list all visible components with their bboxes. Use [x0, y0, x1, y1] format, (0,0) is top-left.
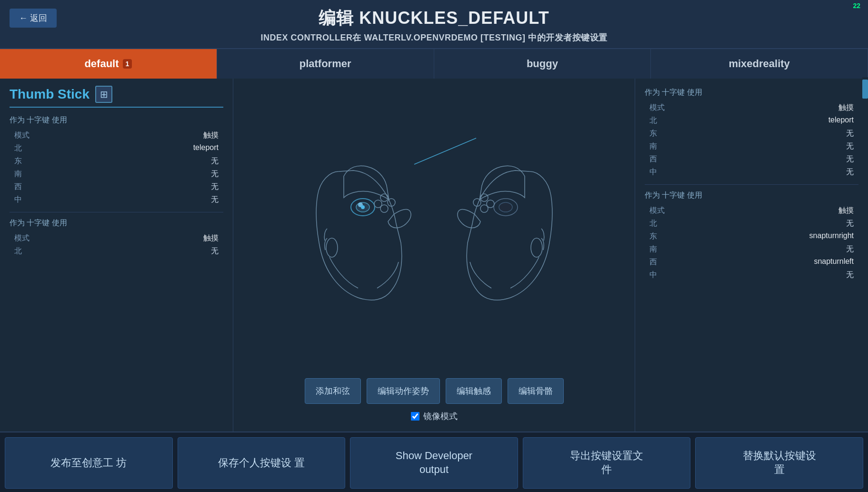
right-prop-east-1: 东 无	[645, 127, 858, 140]
header: 编辑 KNUCKLES_DEFAULT INDEX CONTROLLER在 WA…	[0, 0, 868, 49]
show-developer-button[interactable]: Show Developeroutput	[350, 437, 518, 489]
edit-haptic-button[interactable]: 编辑触感	[446, 378, 502, 404]
right-prop-mode-1: 模式 触摸	[645, 101, 858, 114]
tab-mixedreality[interactable]: mixedreality	[651, 49, 868, 79]
tab-buggy[interactable]: buggy	[434, 49, 651, 79]
section-header: Thumb Stick ⊞	[10, 86, 223, 108]
divider	[10, 212, 223, 212]
right-prop-west-1: 西 无	[645, 153, 858, 166]
scrollbar[interactable]	[862, 77, 868, 430]
right-subsection-label-2: 作为 十字键 使用	[645, 191, 858, 201]
center-panel: 添加和弦 编辑动作姿势 编辑触感 编辑骨骼 镜像模式	[233, 79, 635, 432]
svg-point-5	[374, 200, 382, 208]
right-divider	[645, 184, 858, 185]
right-subsection-label-1: 作为 十字键 使用	[645, 88, 858, 98]
section-title: Thumb Stick	[10, 87, 90, 102]
right-prop-south-1: 南 无	[645, 140, 858, 153]
prop-north-1: 北 teleport	[10, 142, 223, 155]
left-panel: Thumb Stick ⊞ 作为 十字键 使用 模式 触摸 北 teleport…	[0, 79, 233, 432]
prop-center-1: 中 无	[10, 193, 223, 206]
prop-north-2: 北 无	[10, 245, 223, 258]
tab-badge-default: 1	[123, 59, 132, 69]
right-prop-center-2: 中 无	[645, 269, 858, 281]
prop-mode-1: 模式 触摸	[10, 129, 223, 142]
tab-platformer[interactable]: platformer	[217, 49, 434, 79]
right-prop-west-2: 西 snapturnleft	[645, 256, 858, 269]
right-prop-north-1: 北 teleport	[645, 114, 858, 127]
scroll-thumb[interactable]	[862, 80, 868, 99]
tab-bar: default 1 platformer buggy mixedreality	[0, 49, 868, 79]
back-button[interactable]: ← 返回	[10, 9, 57, 28]
edit-skeleton-button[interactable]: 编辑骨骼	[508, 378, 564, 404]
svg-point-15	[487, 200, 494, 208]
right-prop-mode-2: 模式 触摸	[645, 204, 858, 217]
svg-point-11	[499, 202, 512, 212]
subsection-label-1: 作为 十字键 使用	[10, 115, 223, 125]
right-prop-north-2: 北 无	[645, 217, 858, 230]
publish-button[interactable]: 发布至创意工 坊	[5, 437, 173, 489]
mirror-mode-label: 镜像模式	[423, 411, 458, 422]
svg-point-13	[473, 199, 481, 206]
add-binding-button[interactable]: ⊞	[95, 86, 112, 103]
left-controller-image	[301, 152, 434, 305]
subsection-label-2: 作为 十字键 使用	[10, 218, 223, 228]
svg-point-14	[480, 205, 488, 212]
page-subtitle: INDEX CONTROLLER在 WALTERLV.OPENVRDEMO [T…	[10, 32, 858, 43]
prop-west-1: 西 无	[10, 181, 223, 193]
prop-south-1: 南 无	[10, 168, 223, 181]
export-button[interactable]: 导出按键设置文件	[523, 437, 691, 489]
replace-default-button[interactable]: 替换默认按键设置	[695, 437, 863, 489]
save-personal-button[interactable]: 保存个人按键设 置	[178, 437, 346, 489]
tab-default[interactable]: default 1	[0, 49, 217, 79]
main-content: Thumb Stick ⊞ 作为 十字键 使用 模式 触摸 北 teleport…	[0, 79, 868, 432]
svg-point-8	[361, 205, 365, 209]
right-prop-south-2: 南 无	[645, 243, 858, 256]
mirror-mode-row: 镜像模式	[411, 411, 458, 422]
page-title: 编辑 KNUCKLES_DEFAULT	[10, 7, 858, 30]
prop-east-1: 东 无	[10, 155, 223, 168]
controller-area	[243, 83, 625, 373]
right-prop-center-1: 中 无	[645, 166, 858, 179]
right-prop-east-2: 东 snapturnright	[645, 230, 858, 243]
svg-point-2	[380, 194, 388, 201]
mirror-mode-checkbox[interactable]	[411, 412, 419, 421]
action-buttons: 添加和弦 编辑动作姿势 编辑触感 编辑骨骼	[305, 378, 564, 404]
version-badge: 22	[853, 2, 860, 10]
bottom-bar: 发布至创意工 坊 保存个人按键设 置 Show Developeroutput …	[0, 432, 868, 492]
right-panel: 作为 十字键 使用 模式 触摸 北 teleport 东 无 南 无 西 无 中…	[635, 79, 868, 432]
svg-point-16	[531, 238, 542, 257]
add-chord-button[interactable]: 添加和弦	[305, 378, 361, 404]
prop-mode-2: 模式 触摸	[10, 232, 223, 245]
edit-action-button[interactable]: 编辑动作姿势	[367, 378, 440, 404]
right-controller-image	[434, 152, 568, 305]
svg-point-6	[326, 238, 338, 257]
